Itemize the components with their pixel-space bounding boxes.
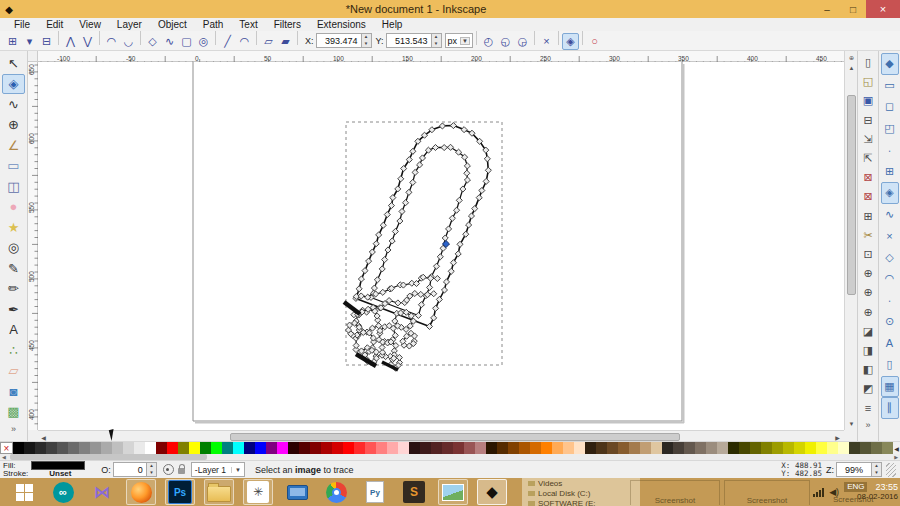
palette-swatch[interactable] bbox=[189, 442, 200, 454]
horizontal-ruler[interactable]: -100-50050100150200250300350400450 bbox=[38, 51, 844, 62]
palette-swatch[interactable] bbox=[398, 442, 409, 454]
gradient-tool[interactable]: ▩ bbox=[2, 402, 25, 423]
join-with-segment-icon[interactable]: ◠ bbox=[103, 33, 120, 50]
palette-swatch[interactable] bbox=[761, 442, 772, 454]
palette-swatch[interactable] bbox=[156, 442, 167, 454]
palette-swatch[interactable] bbox=[46, 442, 57, 454]
export-icon[interactable]: ⇱ bbox=[859, 149, 877, 168]
minimize-button[interactable]: – bbox=[814, 0, 840, 18]
kmplayer[interactable]: ⋈ bbox=[87, 479, 117, 505]
close-button[interactable]: × bbox=[866, 0, 900, 18]
palette-swatch[interactable] bbox=[24, 442, 35, 454]
palette-swatch[interactable] bbox=[464, 442, 475, 454]
hscroll-thumb[interactable] bbox=[230, 433, 680, 441]
palette-swatch[interactable] bbox=[541, 442, 552, 454]
picsart[interactable]: ✳ bbox=[243, 479, 273, 505]
document-save-icon[interactable]: ▣ bbox=[859, 91, 877, 110]
palette-swatch[interactable] bbox=[574, 442, 585, 454]
menu-object[interactable]: Object bbox=[150, 19, 195, 30]
palette-swatch[interactable] bbox=[365, 442, 376, 454]
zoom-input[interactable]: 99% bbox=[836, 462, 872, 477]
document-new-icon[interactable]: ▯ bbox=[859, 53, 877, 72]
bezier-tool[interactable]: ✏ bbox=[2, 279, 25, 300]
unlink-clone-icon[interactable]: ◧ bbox=[859, 360, 877, 379]
object-to-path-icon[interactable]: ▱ bbox=[260, 33, 277, 50]
cut-icon[interactable]: ✂ bbox=[859, 226, 877, 245]
palette-swatch[interactable] bbox=[299, 442, 310, 454]
show-path-outline-icon[interactable]: ○ bbox=[586, 33, 603, 50]
node-tool[interactable]: ◈ bbox=[2, 74, 25, 95]
palette-swatch[interactable] bbox=[211, 442, 222, 454]
palette-swatch[interactable] bbox=[255, 442, 266, 454]
palette-swatch[interactable] bbox=[662, 442, 673, 454]
palette-swatch[interactable] bbox=[420, 442, 431, 454]
y-coordinate-input[interactable]: 513.543 bbox=[386, 33, 432, 48]
measure-tool[interactable]: ∠ bbox=[2, 135, 25, 156]
snap-grids-icon[interactable]: ▦ bbox=[881, 376, 899, 398]
scroll-down-icon[interactable]: ▼ bbox=[846, 419, 857, 429]
unit-select[interactable]: px▼ bbox=[445, 33, 473, 48]
spray-tool[interactable]: ∴ bbox=[2, 340, 25, 361]
palette-swatch[interactable] bbox=[233, 442, 244, 454]
palette-swatch[interactable] bbox=[871, 442, 882, 454]
edit-clip-path-icon[interactable]: ◴ bbox=[480, 33, 497, 50]
photoshop[interactable]: Ps bbox=[165, 479, 195, 505]
paint-bucket-tool[interactable]: ◙ bbox=[2, 381, 25, 402]
import-icon[interactable]: ⇲ bbox=[859, 130, 877, 149]
delete-node-icon[interactable]: ⊟ bbox=[38, 33, 55, 50]
palette-swatch[interactable] bbox=[728, 442, 739, 454]
palette-swatch[interactable] bbox=[827, 442, 838, 454]
palette-swatch[interactable] bbox=[629, 442, 640, 454]
palette-swatch[interactable] bbox=[13, 442, 24, 454]
segment-line-icon[interactable]: ╱ bbox=[219, 33, 236, 50]
show-bezier-handles-icon[interactable]: ◈ bbox=[562, 33, 579, 50]
palette-swatch[interactable] bbox=[508, 442, 519, 454]
palette-swatch[interactable] bbox=[838, 442, 849, 454]
rectangle-tool[interactable]: ▭ bbox=[2, 156, 25, 177]
menu-extensions[interactable]: Extensions bbox=[309, 19, 374, 30]
palette-swatch[interactable] bbox=[497, 442, 508, 454]
palette-swatch[interactable] bbox=[134, 442, 145, 454]
stroke-to-path-icon[interactable]: ▰ bbox=[277, 33, 294, 50]
text-tool[interactable]: A bbox=[2, 320, 25, 341]
pencil-tool[interactable]: ✎ bbox=[2, 258, 25, 279]
palette-swatch[interactable] bbox=[431, 442, 442, 454]
palette-swatch[interactable] bbox=[167, 442, 178, 454]
palette-overflow-icon[interactable]: ◀ bbox=[893, 442, 900, 454]
palette-swatch[interactable] bbox=[618, 442, 629, 454]
edit-mask-icon[interactable]: ◵ bbox=[497, 33, 514, 50]
zoom-tool[interactable]: ⊕ bbox=[2, 115, 25, 136]
opacity-input[interactable]: 0 bbox=[113, 462, 147, 477]
palette-swatch[interactable] bbox=[640, 442, 651, 454]
document-open-icon[interactable]: ◱ bbox=[859, 72, 877, 91]
snap-line-midpoints-icon[interactable]: ∙ bbox=[881, 290, 899, 312]
arduino[interactable]: ∞ bbox=[48, 479, 78, 505]
auto-smooth-node-icon[interactable]: ◎ bbox=[195, 33, 212, 50]
scroll-up-icon[interactable]: ▲ bbox=[846, 63, 857, 73]
palette-swatch[interactable] bbox=[794, 442, 805, 454]
snap-object-centers-icon[interactable]: ⊙ bbox=[881, 311, 899, 333]
sublime-text[interactable]: S bbox=[399, 479, 429, 505]
select-original-icon[interactable]: ◩ bbox=[859, 379, 877, 398]
ellipse-tool[interactable]: ● bbox=[2, 197, 25, 218]
palette-swatch[interactable] bbox=[178, 442, 189, 454]
palette-swatch[interactable] bbox=[475, 442, 486, 454]
snap-paths-icon[interactable]: ∿ bbox=[881, 204, 899, 226]
snap-bounding-box-icon[interactable]: ▭ bbox=[881, 75, 899, 97]
join-nodes-icon[interactable]: ⋀ bbox=[62, 33, 79, 50]
palette-swatch[interactable] bbox=[695, 442, 706, 454]
palette-swatch[interactable] bbox=[387, 442, 398, 454]
symmetric-node-icon[interactable]: ▢ bbox=[178, 33, 195, 50]
palette-swatch[interactable] bbox=[244, 442, 255, 454]
palette-swatch[interactable] bbox=[35, 442, 46, 454]
network-signal-icon[interactable] bbox=[813, 488, 824, 497]
palette-swatch[interactable] bbox=[288, 442, 299, 454]
palette-swatch[interactable] bbox=[882, 442, 893, 454]
palette-swatch[interactable] bbox=[486, 442, 497, 454]
create-clone-icon[interactable]: ◨ bbox=[859, 341, 877, 360]
palette-swatch[interactable] bbox=[68, 442, 79, 454]
palette-swatch[interactable] bbox=[651, 442, 662, 454]
close-redo-icon[interactable]: ⊠ bbox=[859, 187, 877, 206]
xml-editor-icon[interactable]: ≡ bbox=[859, 398, 877, 417]
language-indicator[interactable]: ENG bbox=[844, 482, 867, 492]
